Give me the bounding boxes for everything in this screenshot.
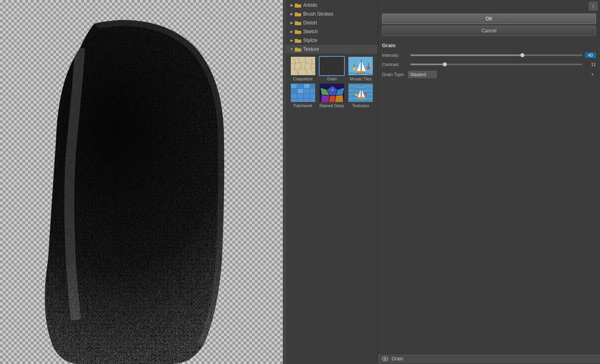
tree-item-stylize[interactable]: Stylize	[286, 36, 378, 45]
texture-thumb-texturizer[interactable]: Texturizer	[347, 83, 374, 108]
texture-label-stained-glass: Stained Glass	[319, 104, 344, 108]
applied-effects-panel: Grain	[378, 354, 600, 364]
svg-rect-52	[298, 89, 303, 93]
folder-icon-sketch	[295, 29, 301, 34]
svg-rect-63	[361, 88, 362, 98]
texture-label-craquelure: Craquelure	[293, 77, 312, 81]
intensity-label: Intensity	[382, 53, 408, 58]
tree-label-sketch: Sketch	[303, 29, 318, 34]
folder-icon-distort	[295, 20, 301, 25]
svg-point-8	[327, 58, 328, 59]
svg-point-23	[336, 68, 337, 68]
grain-type-label: Grain Type:	[382, 72, 408, 77]
intensity-row: Intensity 40	[382, 52, 596, 58]
texture-thumb-patchwork[interactable]: Patchwork	[289, 83, 316, 108]
svg-point-14	[326, 64, 327, 65]
svg-point-10	[335, 58, 336, 58]
texture-label-grain: Grain	[327, 77, 336, 81]
expand-collapse-button[interactable]: ⟩	[589, 2, 598, 10]
svg-marker-58	[335, 95, 344, 103]
tree-label-stylize: Stylize	[303, 38, 317, 43]
tree-label-artistic: Artistic	[303, 2, 318, 8]
svg-point-29	[334, 75, 335, 76]
texture-thumb-stained-glass[interactable]: Stained Glass	[318, 83, 345, 108]
svg-point-18	[342, 64, 343, 65]
svg-rect-47	[291, 84, 297, 88]
svg-point-11	[339, 60, 340, 61]
svg-point-66	[365, 93, 367, 95]
contrast-label: Contrast	[382, 62, 408, 67]
svg-rect-48	[298, 84, 303, 88]
svg-point-12	[343, 58, 344, 59]
svg-point-9	[331, 59, 332, 60]
svg-point-25	[344, 68, 345, 69]
filter-tree-panel: Artistic Brush Strokes Distort Sketch	[286, 0, 378, 364]
svg-point-17	[338, 63, 339, 64]
filter-name-title: Grain	[382, 42, 596, 48]
contrast-slider[interactable]	[410, 64, 582, 65]
tree-item-brush-strokes[interactable]: Brush Strokes	[286, 10, 378, 18]
tree-arrow-texture	[289, 47, 294, 52]
svg-point-16	[334, 65, 335, 66]
tree-item-sketch[interactable]: Sketch	[286, 27, 378, 36]
svg-point-36	[353, 67, 356, 70]
texture-thumb-mosaic-tiles[interactable]: Mosaic Tiles	[347, 56, 374, 81]
svg-point-19	[320, 68, 321, 68]
texture-label-patchwork: Patchwork	[294, 104, 312, 108]
tree-arrow-artistic	[289, 3, 294, 8]
tree-item-artistic[interactable]: Artistic	[286, 1, 378, 10]
svg-point-15	[330, 64, 331, 64]
controls-top-bar: ⟩	[378, 0, 600, 10]
svg-point-22	[332, 70, 333, 71]
grain-effect-name: Grain	[392, 356, 403, 362]
svg-rect-51	[291, 89, 297, 93]
svg-rect-50	[310, 84, 316, 88]
tree-label-texture: Texture	[303, 46, 319, 52]
svg-point-31	[342, 75, 343, 76]
svg-point-65	[355, 94, 358, 96]
grain-type-row: Grain Type: RegularSoftSprinklesClumpedC…	[382, 71, 596, 78]
svg-point-27	[326, 74, 327, 75]
folder-icon-texture	[295, 47, 301, 52]
tree-item-distort[interactable]: Distort	[286, 18, 378, 27]
texture-thumb-grain[interactable]: Grain	[318, 56, 345, 81]
svg-rect-5	[320, 57, 345, 76]
svg-point-26	[322, 73, 323, 74]
ok-button[interactable]: OK	[382, 14, 596, 24]
svg-point-28	[330, 73, 331, 74]
svg-point-6	[321, 58, 322, 59]
intensity-value[interactable]: 40	[585, 52, 596, 58]
contrast-value[interactable]: 11	[585, 62, 596, 67]
svg-point-60	[331, 89, 334, 91]
intensity-slider[interactable]	[410, 54, 582, 56]
tree-label-distort: Distort	[303, 20, 317, 26]
params-area: Grain Intensity 40 Contrast 11	[378, 39, 600, 354]
svg-point-24	[340, 70, 341, 70]
canvas-scrollbar-vertical[interactable]	[283, 0, 286, 364]
contrast-row: Contrast 11	[382, 62, 596, 67]
svg-point-7	[324, 60, 325, 60]
canvas-area	[0, 0, 286, 364]
texture-thumb-craquelure[interactable]: Craquelure	[289, 56, 316, 81]
controls-panel: ⟩ OK Cancel Grain Intensity 40 Contrast	[378, 0, 600, 364]
tree-arrow-distort	[289, 20, 294, 25]
cancel-button[interactable]: Cancel	[382, 26, 596, 36]
tree-arrow-brush-strokes	[289, 12, 294, 16]
texture-label-texturizer: Texturizer	[352, 104, 369, 108]
svg-rect-49	[304, 84, 310, 88]
folder-icon-brush-strokes	[295, 12, 301, 16]
grain-type-select-wrapper: RegularSoftSprinklesClumpedContrastyEnla…	[408, 71, 596, 78]
grain-type-select[interactable]: RegularSoftSprinklesClumpedContrastyEnla…	[408, 71, 437, 78]
tree-item-texture[interactable]: Texture	[286, 45, 378, 54]
svg-rect-2	[291, 57, 316, 76]
svg-marker-59	[321, 95, 330, 103]
svg-point-21	[328, 68, 329, 69]
svg-point-20	[324, 69, 325, 70]
svg-rect-34	[361, 60, 362, 72]
svg-rect-1	[0, 0, 286, 364]
folder-icon-artistic	[295, 3, 301, 8]
visibility-eye-icon[interactable]	[382, 356, 388, 361]
grain-effect-layer: Grain	[378, 354, 600, 364]
action-buttons: OK Cancel	[378, 10, 600, 39]
texture-label-mosaic-tiles: Mosaic Tiles	[350, 77, 372, 81]
